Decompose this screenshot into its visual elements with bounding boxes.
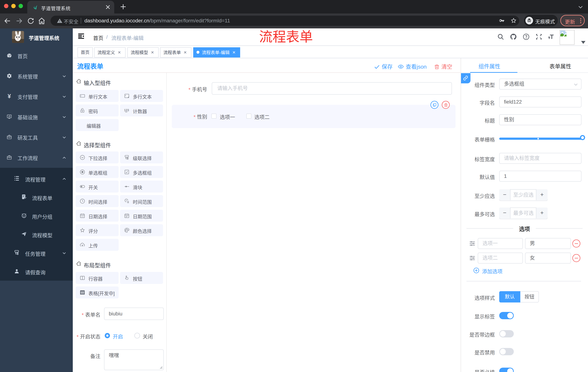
svg-text:¥: ¥: [8, 93, 11, 100]
svg-text:123: 123: [124, 108, 129, 112]
